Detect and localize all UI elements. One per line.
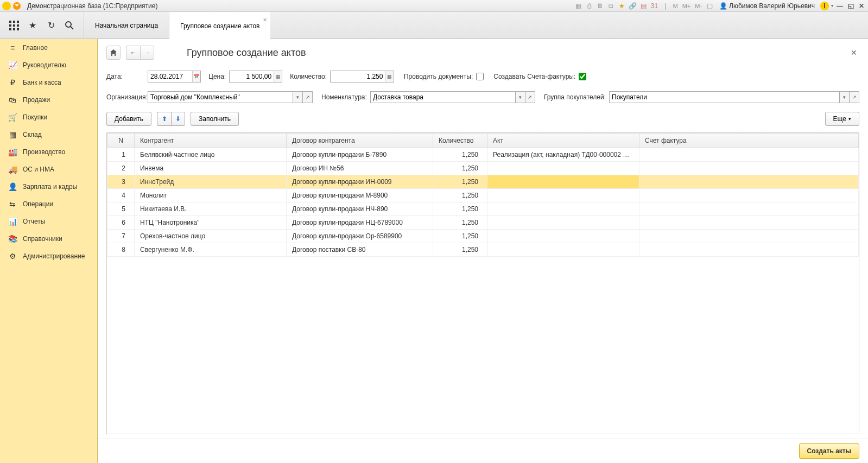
- tab-close-icon[interactable]: ✕: [263, 17, 267, 23]
- nomenclature-combo: ▾ ↗: [370, 91, 535, 103]
- move-up-button[interactable]: ⬆: [157, 112, 171, 126]
- cell-n: 7: [107, 230, 135, 243]
- buyer-group-input[interactable]: [609, 91, 840, 103]
- table-row[interactable]: 7Орехов-частное лицоДоговор купли-продаж…: [107, 230, 859, 243]
- calc-icon[interactable]: ▤: [639, 2, 648, 10]
- sidebar-item-label: Отчеты: [23, 218, 45, 225]
- svg-rect-1: [13, 21, 15, 23]
- table-row[interactable]: 8Свергуненко М.Ф.Договор поставки СВ-801…: [107, 243, 859, 257]
- close-window-button[interactable]: ✕: [857, 2, 866, 10]
- close-page-button[interactable]: ✕: [848, 46, 859, 59]
- cell-invoice: [639, 162, 859, 175]
- dropdown-icon[interactable]: ▾: [516, 91, 525, 103]
- create-invoices-checkbox[interactable]: [579, 73, 586, 80]
- user-name: Любимов Валерий Юрьевич: [729, 2, 815, 10]
- maximize-button[interactable]: ◱: [846, 2, 855, 10]
- link-icon[interactable]: 🔗: [629, 2, 637, 10]
- sidebar-item-main[interactable]: ≡Главное: [0, 39, 97, 56]
- cell-qty: 1,250: [433, 230, 487, 243]
- toolbar-icon-1[interactable]: ▦: [574, 2, 583, 10]
- dropdown-icon[interactable]: ▾: [293, 91, 303, 103]
- conduct-docs-checkbox[interactable]: [476, 73, 484, 80]
- cell-qty: 1,250: [433, 216, 487, 230]
- price-input[interactable]: [230, 71, 274, 82]
- dropdown-icon[interactable]: ▾: [840, 91, 850, 103]
- app-menu-dropdown[interactable]: [13, 2, 21, 10]
- sidebar-item-production[interactable]: 🏭Производство: [0, 143, 97, 161]
- compare-icon[interactable]: ⧉: [607, 2, 616, 10]
- tab-home[interactable]: Начальная страница: [84, 12, 169, 39]
- star-icon[interactable]: ★: [618, 2, 626, 10]
- cell-invoice: [639, 216, 859, 230]
- cell-n: 3: [107, 175, 135, 189]
- organization-input[interactable]: [148, 91, 293, 103]
- open-icon[interactable]: ↗: [525, 91, 535, 103]
- memory-m[interactable]: М: [672, 3, 679, 9]
- table-row[interactable]: 4МонолитДоговор купли-продажи М-89001,25…: [107, 189, 859, 202]
- th-contract[interactable]: Договор контрагента: [287, 134, 433, 148]
- nomenclature-input[interactable]: [370, 91, 516, 103]
- tab-group-acts[interactable]: Групповое создание актов ✕: [169, 12, 270, 39]
- calc-picker-icon[interactable]: ▦: [274, 71, 282, 82]
- history-icon[interactable]: ↻: [46, 20, 56, 31]
- more-button[interactable]: Еще ▾: [825, 112, 859, 126]
- table-row[interactable]: 1Белявский-частное лицоДоговор купли-про…: [107, 148, 859, 162]
- open-icon[interactable]: ↗: [850, 91, 859, 103]
- calendar-icon[interactable]: 31: [650, 2, 659, 10]
- cell-agent: НТЦ "Нанотроника": [135, 216, 287, 230]
- user-info[interactable]: 👤 Любимов Валерий Юрьевич: [716, 2, 818, 10]
- fill-button[interactable]: Заполнить: [191, 112, 239, 126]
- calc-picker-icon-2[interactable]: ▦: [385, 71, 394, 82]
- sidebar-item-bank[interactable]: ₽Банк и касса: [0, 74, 97, 91]
- quantity-input[interactable]: [331, 71, 385, 82]
- cell-invoice: [639, 175, 859, 189]
- add-button[interactable]: Добавить: [106, 112, 151, 126]
- info-icon[interactable]: i: [820, 2, 829, 10]
- minimize-button[interactable]: —: [835, 2, 844, 10]
- sidebar-item-reports[interactable]: 📊Отчеты: [0, 213, 97, 230]
- cell-contract: Договор купли-продажи Ор-6589900: [287, 230, 433, 243]
- sidebar-item-admin[interactable]: ⚙Администрирование: [0, 248, 97, 265]
- cell-agent: Орехов-частное лицо: [135, 230, 287, 243]
- memory-m-plus[interactable]: М+: [681, 3, 692, 9]
- table-row[interactable]: 5Никитаева И.В.Договор купли-продажи НЧ-…: [107, 202, 859, 216]
- svg-point-9: [66, 22, 71, 27]
- search-icon[interactable]: [64, 20, 75, 31]
- svg-rect-8: [17, 28, 19, 30]
- sidebar-item-assets[interactable]: 🚚ОС и НМА: [0, 161, 97, 178]
- print-icon[interactable]: ⎙: [585, 2, 594, 10]
- th-qty[interactable]: Количество: [433, 134, 487, 148]
- calendar-picker-icon[interactable]: 📅: [192, 71, 200, 82]
- memory-m-minus[interactable]: М-: [694, 3, 703, 9]
- person-icon: 👤: [8, 182, 17, 191]
- favorites-icon[interactable]: ★: [27, 20, 38, 31]
- back-button[interactable]: ←: [126, 46, 140, 60]
- table-row[interactable]: 3ИнноТрейдДоговор купли-продажи ИН-00091…: [107, 175, 859, 189]
- table-row[interactable]: 6НТЦ "Нанотроника"Договор купли-продажи …: [107, 216, 859, 230]
- open-icon[interactable]: ↗: [303, 91, 313, 103]
- sidebar-item-sales[interactable]: 🛍Продажи: [0, 91, 97, 109]
- th-act[interactable]: Акт: [487, 134, 639, 148]
- sidebar-item-operations[interactable]: ⇆Операции: [0, 195, 97, 213]
- panel-icon[interactable]: ▢: [705, 2, 714, 10]
- sidebar-item-warehouse[interactable]: ▦Склад: [0, 126, 97, 143]
- move-down-button[interactable]: ⬇: [171, 112, 185, 126]
- sidebar-item-purchases[interactable]: 🛒Покупки: [0, 109, 97, 126]
- sidebar-item-catalogs[interactable]: 📚Справочники: [0, 230, 97, 248]
- doc-icon[interactable]: 🗎: [596, 2, 605, 10]
- table-row[interactable]: 2ИнвемаДоговор ИН №561,250: [107, 162, 859, 175]
- th-invoice[interactable]: Счет фактура: [639, 134, 859, 148]
- sidebar-item-manager[interactable]: 📈Руководителю: [0, 56, 97, 74]
- date-input[interactable]: [148, 71, 192, 82]
- sidebar-item-label: Руководителю: [23, 61, 66, 69]
- th-agent[interactable]: Контрагент: [135, 134, 287, 148]
- home-button[interactable]: [106, 46, 121, 60]
- sidebar-item-hr[interactable]: 👤Зарплата и кадры: [0, 178, 97, 195]
- cell-contract: Договор купли-продажи НЦ-6789000: [287, 216, 433, 230]
- th-n[interactable]: N: [107, 134, 135, 148]
- forward-button[interactable]: →: [140, 46, 154, 60]
- create-acts-button[interactable]: Создать акты: [799, 443, 860, 459]
- apps-icon[interactable]: [9, 20, 20, 31]
- arrow-down-icon: ⬇: [175, 115, 181, 123]
- price-field-wrap: ▦: [229, 71, 282, 83]
